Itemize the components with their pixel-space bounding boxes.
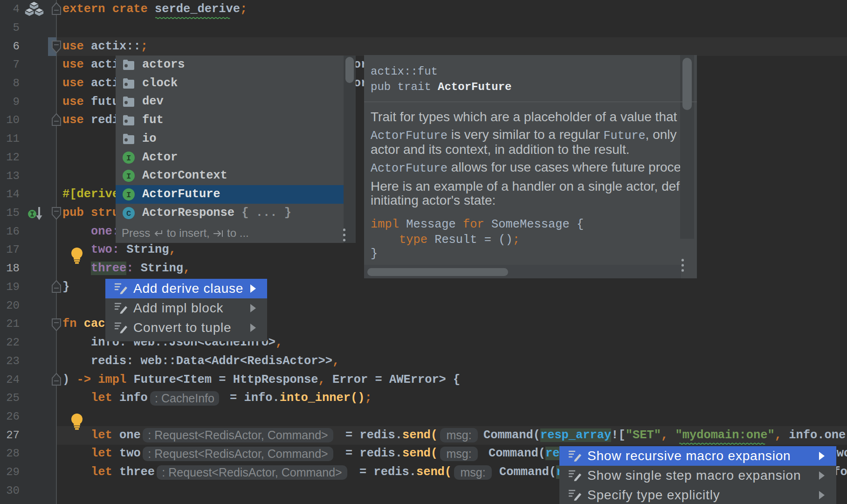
svg-text:I: I: [126, 154, 131, 163]
svg-text:I: I: [126, 172, 131, 181]
svg-text:I: I: [126, 191, 131, 200]
svg-text:C: C: [126, 209, 131, 218]
